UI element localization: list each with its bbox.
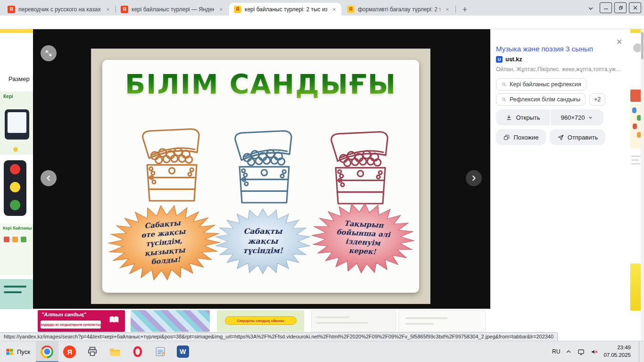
related-query-chip[interactable]: Кері байланыс рефлексия [496,78,586,90]
source-site-link[interactable]: U ust.kz [496,56,522,63]
related-thumbnail-altyn-sandyk[interactable]: "Алтын сандық" Сандарды өз сандықтарына … [38,310,125,332]
chevron-down-icon [588,115,593,120]
viewer-stage: БІЛІМ САНДЫҒЫ Сабақты өте жақсы [33,29,490,309]
result-thumbnail-partial: Кері [0,91,33,155]
taskbar-word-button[interactable]: W [172,341,194,362]
next-image-button[interactable] [466,170,482,186]
book-icon [106,313,122,326]
related-images-strip: "Алтын сандық" Сандарды өз сандықтарына … [33,309,490,332]
resolution-select[interactable]: 960×720 [551,109,603,125]
results-page-right-edge [630,29,644,341]
new-tab-button[interactable] [459,4,471,15]
windows-logo-icon [6,348,14,356]
share-button[interactable]: Отправить [550,129,605,145]
taskbar-editor-button[interactable] [149,341,172,362]
yandex-header-strip [0,29,33,33]
printer-icon [86,346,99,358]
open-image-button[interactable]: Открыть [496,109,550,125]
editor-icon [154,346,166,358]
browser-tabstrip: Я переводчик с русского на казахск Я кер… [0,0,644,16]
folder-icon [108,346,121,358]
taskbar-yandex-button[interactable]: Я [58,341,81,362]
tablet-graphic [5,109,29,140]
yandex-favicon: Я [8,6,15,13]
related-query-chip[interactable]: Рефлексия білім сандығы [496,93,586,106]
size-filter: Размер [8,75,33,82]
page-scrollbar[interactable] [641,29,644,341]
page-content: Размер Кері Кері байланыс [0,29,644,341]
show-desktop-button[interactable] [639,341,641,362]
browser-toolbar: yandex.kz/images/search?from=tabbar&text… [0,16,644,29]
poster-card: БІЛІМ САНДЫҒЫ Сабақты өте жақсы [102,60,419,293]
tab-label: кері байланыс түрлері — Яндекс: [132,6,214,13]
windows-taskbar: Пуск Я W RU 23:49 07.05.2025 [0,341,644,362]
badge-understood-well: Сабақты жақсы түсіндім! [215,208,311,274]
start-button[interactable]: Пуск [0,341,36,362]
tab-close-icon[interactable] [330,6,338,13]
language-indicator[interactable]: RU [552,348,560,355]
text-fragment [631,163,640,165]
send-icon [557,134,564,141]
source-domain: ust.kz [505,56,522,63]
clock-date: 07.05.2025 [603,352,631,359]
more-queries-chip[interactable]: +2 [589,93,605,106]
taskbar-clock[interactable]: 23:49 07.05.2025 [603,344,634,359]
status-url-bubble: https://yandex.kz/images/search?p=4&text… [0,332,558,341]
network-icon[interactable] [577,348,585,356]
decorative-dot [13,147,18,152]
badge-need-more-study: Тақырып бойынша әлі ізденуім керек! [309,200,417,276]
tab-search-chevron-icon[interactable] [586,4,595,13]
tab-label: кері байланыс түрлері: 2 тыс изоб [245,6,327,13]
image-title-link[interactable]: Музыка және поэзия 3 сынып [496,45,613,53]
tab-label: формативті бағалау түрлері: 2 ты [358,6,440,13]
taskbar-printer-button[interactable] [81,341,104,362]
tab-close-icon[interactable] [444,6,451,13]
taskbar-chrome-button[interactable] [36,341,58,362]
similar-images-button[interactable]: Похожие [496,129,546,145]
tab-close-icon[interactable] [104,6,112,13]
desktop-screen: Я переводчик с русского на казахск Я кер… [0,0,644,362]
text-fragment [631,159,639,161]
chrome-icon [41,346,53,358]
related-thumbnail-pattern[interactable] [131,310,210,332]
related-thumbnail[interactable] [398,310,486,332]
window-close-button[interactable] [629,2,641,13]
image-description: Ойлан, Жұптас,Пікірлес. жеке,жұпта,топта… [496,66,626,73]
text-fragment [631,156,641,157]
volume-muted-icon[interactable] [590,348,598,356]
tab-assessment[interactable]: Я формативті бағалау түрлері: 2 ты [342,3,454,16]
tab-close-icon[interactable] [217,6,225,13]
scrollbar-thumb[interactable] [641,32,644,59]
yandex-images-favicon: Я [234,6,241,13]
opera-icon [132,346,144,358]
previous-image-button[interactable] [41,170,57,186]
badge-understood-very-well: Сабақты өте жақсы түсіндім, қызықты болд… [104,200,223,285]
tab-translator[interactable]: Я переводчик с русского на казахск [3,3,115,16]
search-icon [501,97,507,102]
tab-search[interactable]: Я кері байланыс түрлері — Яндекс: [116,3,228,16]
tab-label: переводчик с русского на казахск [18,6,101,13]
tab-images-active[interactable]: Я кері байланыс түрлері: 2 тыс изоб [229,3,341,16]
window-minimize-button[interactable] [600,2,612,13]
treasure-chest-orange-illustration [130,122,212,212]
close-icon[interactable] [614,37,624,46]
yandex-browser-icon: Я [63,346,76,358]
tab-separator [455,6,456,13]
related-thumbnail-game[interactable]: Сиқырлы сандық ойыны [217,310,304,332]
fullscreen-expand-button[interactable] [41,45,57,61]
treasure-chest-blue-illustration [222,124,305,214]
taskbar-explorer-button[interactable] [104,341,126,362]
related-thumbnail[interactable] [311,310,396,332]
poster-title: БІЛІМ САНДЫҒЫ [102,71,419,98]
result-thumbnail-traffic-light [0,158,33,220]
window-restore-button[interactable] [614,2,627,13]
result-thumbnail-partial: Кері байланыс [0,223,33,275]
hidden-icons-chevron[interactable] [565,348,572,355]
clock-time: 23:49 [603,344,631,352]
taskbar-opera-button[interactable] [126,341,149,362]
viewed-image[interactable]: БІЛІМ САНДЫҒЫ Сабақты өте жақсы [91,49,430,304]
search-icon [501,82,507,87]
image-info-panel: Музыка және поэзия 3 сынып U ust.kz Ойла… [490,29,630,332]
yandex-favicon: Я [121,6,128,13]
similar-images-icon [503,134,510,141]
